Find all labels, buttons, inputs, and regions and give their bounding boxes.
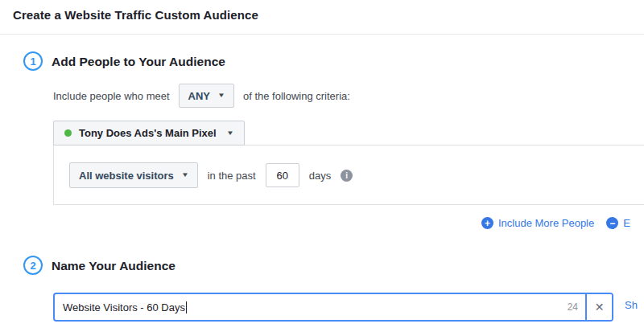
text-cursor xyxy=(186,301,187,313)
step-2-heading: Name Your Audience xyxy=(52,259,175,273)
pixel-name-label: Tony Does Ads's Main Pixel xyxy=(79,127,217,139)
pixel-active-status-dot xyxy=(64,129,72,137)
header-divider xyxy=(0,34,644,35)
create-custom-audience-dialog: Create a Website Traffic Custom Audience… xyxy=(0,0,644,336)
page-title: Create a Website Traffic Custom Audience xyxy=(13,8,258,22)
criteria-prefix-text: Include people who meet xyxy=(53,90,170,102)
audience-name-value: Website Visitors - 60 Days xyxy=(63,301,185,313)
days-label: days xyxy=(309,170,331,182)
include-more-people-label: Include More People xyxy=(498,217,594,229)
step-1-badge: 1 xyxy=(23,51,43,71)
audience-links-row: + Include More People − E xyxy=(481,217,630,229)
chevron-down-icon: ▼ xyxy=(226,130,234,137)
include-more-people-link[interactable]: + Include More People xyxy=(481,217,594,229)
step-1-number: 1 xyxy=(30,55,35,68)
info-icon[interactable]: i xyxy=(341,170,353,182)
rule-row: All website visitors ▼ in the past days … xyxy=(69,162,353,188)
audience-name-field: Website Visitors - 60 Days 24 ✕ xyxy=(53,293,613,322)
chevron-down-icon: ▼ xyxy=(181,172,189,178)
match-type-dropdown[interactable]: ANY ▼ xyxy=(179,84,234,108)
show-description-link-truncated[interactable]: Sh xyxy=(625,299,638,311)
criteria-suffix-text: of the following criteria: xyxy=(243,90,350,102)
visitor-type-value: All website visitors xyxy=(79,170,174,182)
retention-days-input[interactable] xyxy=(266,163,299,187)
step-2-number: 2 xyxy=(30,260,35,272)
plus-circle-icon: + xyxy=(481,217,493,229)
pixel-selector-dropdown[interactable]: Tony Does Ads's Main Pixel ▼ xyxy=(53,121,245,145)
audience-name-input[interactable]: Website Visitors - 60 Days xyxy=(55,294,568,320)
audience-rule-box: All website visitors ▼ in the past days … xyxy=(53,145,644,205)
criteria-row: Include people who meet ANY ▼ of the fol… xyxy=(53,84,350,108)
exclude-people-label-truncated: E xyxy=(623,217,630,229)
visitor-type-dropdown[interactable]: All website visitors ▼ xyxy=(69,162,198,188)
match-type-value: ANY xyxy=(188,90,210,102)
chevron-down-icon: ▼ xyxy=(217,92,225,99)
character-count: 24 xyxy=(568,294,585,320)
step-2-badge: 2 xyxy=(23,256,43,275)
in-the-past-text: in the past xyxy=(208,170,256,182)
minus-circle-icon: − xyxy=(606,217,618,229)
step-1-heading: Add People to Your Audience xyxy=(52,55,225,69)
clear-input-button[interactable]: ✕ xyxy=(585,294,612,320)
close-icon: ✕ xyxy=(595,301,605,313)
exclude-people-link[interactable]: − E xyxy=(606,217,630,229)
